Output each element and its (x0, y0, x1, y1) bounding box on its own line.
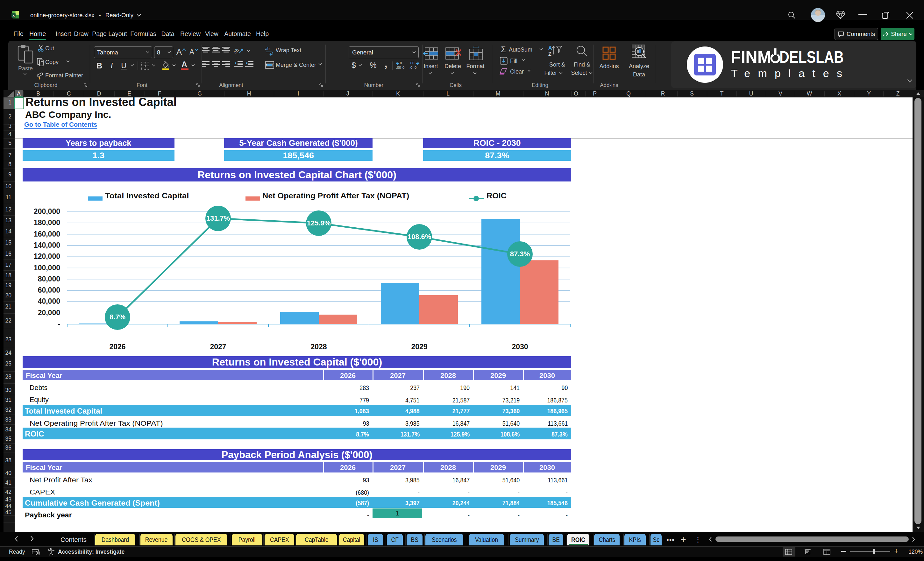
svg-text:-: - (58, 320, 60, 328)
svg-text:2026: 2026 (109, 343, 126, 351)
svg-text:160,000: 160,000 (34, 230, 60, 238)
svg-text:200,000: 200,000 (34, 207, 60, 216)
svg-text:100,000: 100,000 (34, 264, 60, 272)
svg-text:2027: 2027 (210, 343, 226, 351)
svg-text:60,000: 60,000 (38, 286, 60, 294)
svg-text:120,000: 120,000 (34, 252, 60, 261)
svg-text:140,000: 140,000 (34, 241, 60, 249)
svg-text:40,000: 40,000 (38, 297, 60, 305)
svg-text:108.6%: 108.6% (408, 233, 431, 241)
svg-text:125.9%: 125.9% (307, 219, 331, 227)
svg-text:2028: 2028 (310, 343, 327, 351)
svg-text:2030: 2030 (512, 343, 528, 351)
svg-text:2029: 2029 (411, 343, 427, 351)
svg-text:80,000: 80,000 (38, 275, 60, 283)
svg-text:8.7%: 8.7% (110, 313, 126, 321)
svg-text:87.3%: 87.3% (510, 250, 530, 258)
svg-text:20,000: 20,000 (38, 309, 60, 317)
svg-text:131.7%: 131.7% (206, 214, 230, 222)
svg-text:180,000: 180,000 (34, 218, 60, 227)
